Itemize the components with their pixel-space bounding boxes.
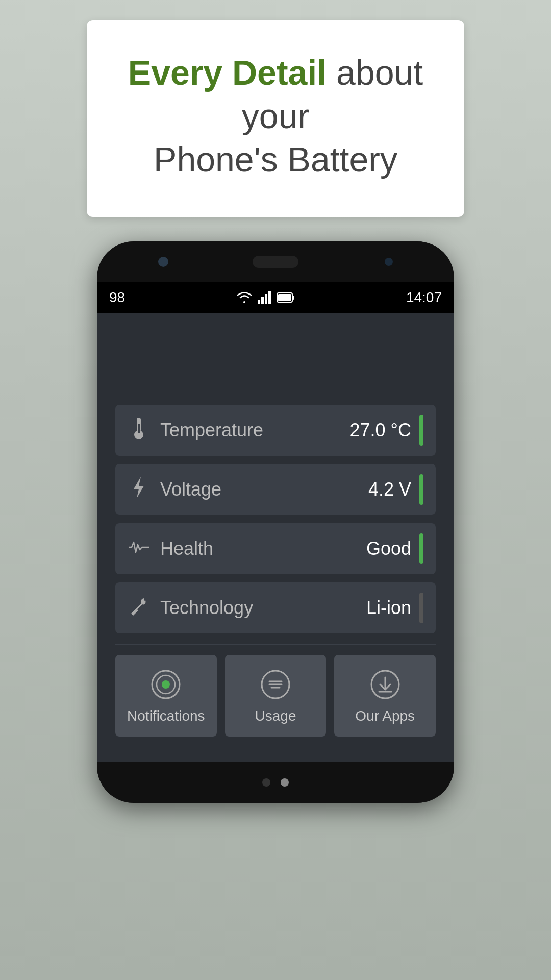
wrench-icon bbox=[128, 596, 150, 620]
battery-circle-area bbox=[97, 323, 454, 405]
technology-label: Technology bbox=[160, 597, 366, 619]
signal-icon bbox=[258, 291, 272, 304]
phone-bottom-hardware bbox=[97, 762, 454, 803]
status-bar: 98 14:07 bbox=[97, 282, 454, 313]
svg-rect-5 bbox=[292, 296, 294, 300]
phone-speaker bbox=[253, 256, 298, 268]
voltage-label: Voltage bbox=[160, 479, 368, 500]
svg-rect-0 bbox=[258, 300, 260, 304]
divider bbox=[115, 644, 436, 645]
health-value: Good bbox=[366, 538, 411, 559]
svg-rect-2 bbox=[265, 294, 267, 304]
phone-screen: Temperature 27.0 °C Voltage 4.2 V bbox=[97, 313, 454, 762]
clock: 14:07 bbox=[406, 289, 442, 306]
usage-button[interactable]: Usage bbox=[225, 655, 327, 737]
svg-rect-3 bbox=[268, 291, 271, 304]
temperature-label: Temperature bbox=[160, 420, 350, 441]
svg-rect-6 bbox=[278, 294, 291, 301]
battery-icon bbox=[277, 292, 295, 303]
battery-percentage: 98 bbox=[109, 289, 125, 306]
phone-camera bbox=[158, 257, 168, 267]
phone-top-hardware bbox=[97, 241, 454, 282]
technology-row: Technology Li-ion bbox=[115, 582, 436, 633]
headline-bold: Every Detail bbox=[128, 53, 327, 92]
our-apps-button[interactable]: Our Apps bbox=[334, 655, 436, 737]
svg-rect-9 bbox=[138, 424, 140, 433]
notifications-label: Notifications bbox=[127, 708, 205, 724]
technology-value: Li-ion bbox=[366, 597, 411, 619]
voltage-value: 4.2 V bbox=[368, 479, 411, 500]
health-row: Health Good bbox=[115, 523, 436, 574]
voltage-row: Voltage 4.2 V bbox=[115, 464, 436, 515]
health-label: Health bbox=[160, 538, 366, 559]
status-icons bbox=[236, 291, 295, 304]
health-icon bbox=[128, 538, 150, 559]
svg-rect-1 bbox=[261, 297, 264, 304]
wifi-icon bbox=[236, 291, 253, 304]
notifications-button[interactable]: Notifications bbox=[115, 655, 217, 737]
voltage-bar bbox=[419, 474, 423, 505]
usage-icon bbox=[258, 667, 293, 702]
phone-mockup: 98 14:07 bbox=[97, 241, 454, 803]
svg-marker-10 bbox=[134, 477, 144, 498]
headline: Every Detail about your Phone's Battery bbox=[107, 51, 444, 181]
headline-line2: Phone's Battery bbox=[154, 140, 397, 179]
our-apps-label: Our Apps bbox=[355, 708, 415, 724]
technology-bar bbox=[419, 593, 423, 623]
thermometer-icon bbox=[128, 415, 150, 446]
info-rows: Temperature 27.0 °C Voltage 4.2 V bbox=[97, 405, 454, 633]
svg-point-13 bbox=[162, 680, 170, 689]
temperature-bar bbox=[419, 415, 423, 446]
pagination-dot-2 bbox=[281, 778, 289, 787]
download-icon bbox=[368, 667, 403, 702]
usage-label: Usage bbox=[255, 708, 296, 724]
top-card: Every Detail about your Phone's Battery bbox=[87, 20, 464, 217]
temperature-value: 27.0 °C bbox=[350, 420, 411, 441]
bolt-icon bbox=[128, 476, 150, 504]
bottom-buttons: Notifications Usage bbox=[97, 655, 454, 747]
notification-icon bbox=[148, 667, 183, 702]
pagination-dot-1 bbox=[262, 778, 270, 787]
health-bar bbox=[419, 533, 423, 564]
phone-flash bbox=[385, 258, 393, 266]
temperature-row: Temperature 27.0 °C bbox=[115, 405, 436, 456]
